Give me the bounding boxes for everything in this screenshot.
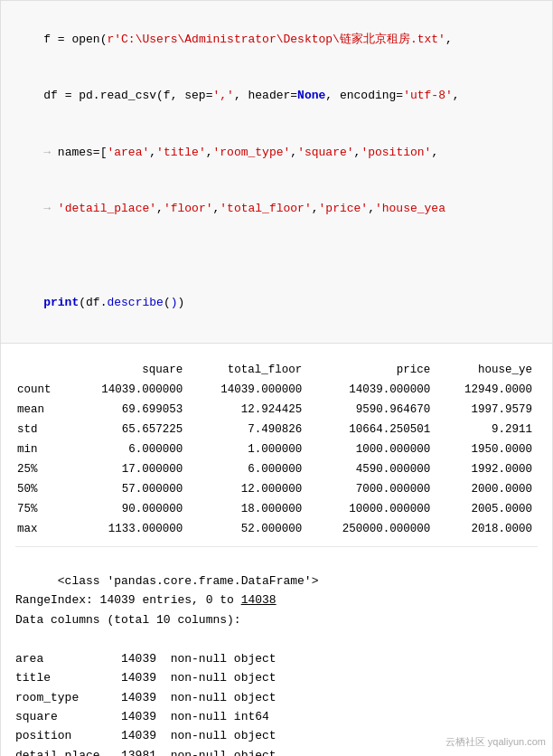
col-row: position 14039 non-null object <box>15 729 276 742</box>
cell-house_ye: 2005.0000 <box>436 499 538 519</box>
notebook-cell: f = open(r'C:\Users\Administrator\Deskto… <box>0 0 553 756</box>
table-row: mean69.69905312.9244259590.9646701997.95… <box>15 400 538 420</box>
dataframe-info: <class 'pandas.core.frame.DataFrame'> Ra… <box>15 553 538 649</box>
cell-label: mean <box>15 400 69 420</box>
cell-house_ye: 2000.0000 <box>436 479 538 499</box>
cell-house_ye: 1997.9579 <box>436 400 538 420</box>
kw-print: print <box>43 296 79 309</box>
cell-price: 1000.000000 <box>307 439 436 459</box>
table-row: 25%17.0000006.0000004590.0000001992.0000 <box>15 459 538 479</box>
cell-total_floor: 12.924425 <box>188 400 307 420</box>
cell-square: 14039.000000 <box>69 380 188 400</box>
func-open: open <box>71 33 99 46</box>
cell-house_ye: 1992.0000 <box>436 459 538 479</box>
cell-square: 6.000000 <box>69 439 188 459</box>
cell-square: 69.699053 <box>69 400 188 420</box>
col-row: square 14039 non-null int64 <box>15 710 269 723</box>
cell-label: min <box>15 439 69 459</box>
table-row: std65.6572257.49082610664.2505019.2911 <box>15 420 538 439</box>
str-path: r'C:\Users\Administrator\Desktop\链家北京租房.… <box>107 33 445 46</box>
code-section: f = open(r'C:\Users\Administrator\Deskto… <box>1 1 552 344</box>
var-f: f <box>43 33 51 46</box>
table-row: max1133.00000052.000000250000.0000002018… <box>15 519 538 539</box>
output-section: square total_floor price house_ye count1… <box>1 344 552 756</box>
col-row: detail_place 13981 non-null object <box>15 749 276 756</box>
watermark: 云栖社区 yqaliyun.com <box>445 735 546 749</box>
cell-house_ye: 1950.0000 <box>436 439 538 459</box>
kw-none: None <box>297 89 325 102</box>
arrow-2: → <box>43 202 51 215</box>
range-link: 14038 <box>241 593 276 607</box>
section-divider <box>15 546 538 547</box>
col-header-price: price <box>307 360 436 380</box>
col-row: area 14039 non-null object <box>15 652 276 666</box>
col-header-empty <box>15 360 69 380</box>
cell-label: 25% <box>15 459 69 479</box>
cell-price: 7000.000000 <box>307 479 436 499</box>
cell-total_floor: 52.000000 <box>188 519 307 539</box>
cell-square: 57.000000 <box>69 479 188 499</box>
table-row: min6.0000001.0000001000.0000001950.0000 <box>15 439 538 459</box>
data-columns-line: Data columns (total 10 columns): <box>15 613 241 627</box>
arrow-1: → <box>43 146 51 159</box>
cell-price: 10664.250501 <box>307 420 436 439</box>
paren-close: ) <box>171 296 178 309</box>
col-row: room_type 14039 non-null object <box>15 691 276 704</box>
cell-price: 250000.000000 <box>307 519 436 539</box>
cell-price: 4590.000000 <box>307 459 436 479</box>
str-sep: ',' <box>212 89 233 102</box>
cell-square: 17.000000 <box>69 459 188 479</box>
func-describe: describe <box>107 296 163 309</box>
class-line: <class 'pandas.core.frame.DataFrame'> <box>58 574 319 588</box>
cell-total_floor: 18.000000 <box>188 499 307 519</box>
table-row: count14039.00000014039.00000014039.00000… <box>15 380 538 400</box>
cell-label: max <box>15 519 69 539</box>
col-row: title 14039 non-null object <box>15 671 276 685</box>
col-header-total-floor: total_floor <box>188 360 307 380</box>
col-header-square: square <box>69 360 188 380</box>
cell-label: std <box>15 420 69 439</box>
func-read-csv: pd.read_csv <box>79 89 156 102</box>
cell-total_floor: 6.000000 <box>188 459 307 479</box>
table-header-row: square total_floor price house_ye <box>15 360 538 380</box>
cell-total_floor: 12.000000 <box>188 479 307 499</box>
table-row: 75%90.00000018.00000010000.0000002005.00… <box>15 499 538 519</box>
cell-square: 65.657225 <box>69 420 188 439</box>
cell-label: 75% <box>15 499 69 519</box>
var-df: df <box>43 89 58 102</box>
cell-house_ye: 2018.0000 <box>436 519 538 539</box>
cell-square: 90.000000 <box>69 499 188 519</box>
cell-price: 14039.000000 <box>307 380 436 400</box>
cell-price: 9590.964670 <box>307 400 436 420</box>
cell-house_ye: 9.2911 <box>436 420 538 439</box>
cell-label: 50% <box>15 479 69 499</box>
cell-total_floor: 7.490826 <box>188 420 307 439</box>
str-encoding: 'utf-8' <box>403 89 453 102</box>
cell-label: count <box>15 380 69 400</box>
cell-house_ye: 12949.0000 <box>436 380 538 400</box>
cell-total_floor: 14039.000000 <box>188 380 307 400</box>
cell-total_floor: 1.000000 <box>188 439 307 459</box>
col-header-house-ye: house_ye <box>436 360 538 380</box>
table-row: 50%57.00000012.0000007000.0000002000.000… <box>15 479 538 499</box>
stats-table: square total_floor price house_ye count1… <box>15 360 538 539</box>
cell-square: 1133.000000 <box>69 519 188 539</box>
cell-price: 10000.000000 <box>307 499 436 519</box>
range-index-line: RangeIndex: 14039 entries, 0 to 14038 <box>15 593 276 607</box>
